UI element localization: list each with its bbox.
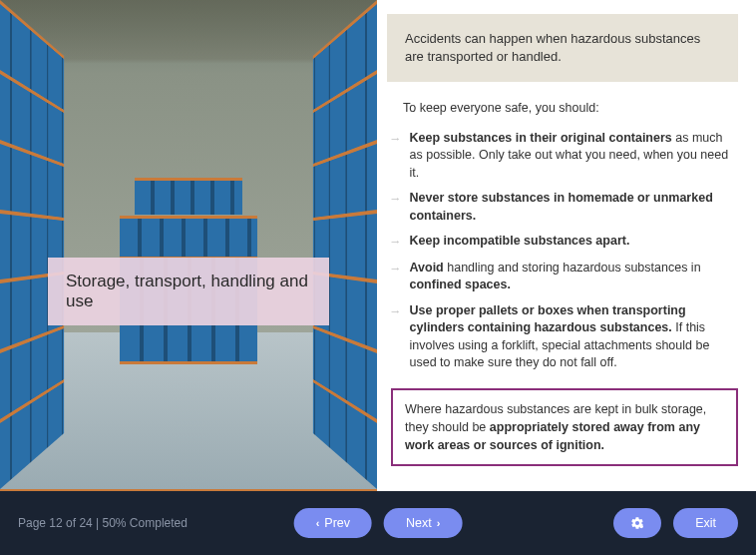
bullet-text: Never store substances in homemade or un… xyxy=(410,190,735,225)
next-label: Next xyxy=(406,516,432,530)
highlight-note: Where hazardous substances are kept in b… xyxy=(391,388,738,466)
bullet-text: Keep incompatible substances apart. xyxy=(410,233,735,252)
list-item: → Never store substances in homemade or … xyxy=(387,190,734,225)
bullet-text: Keep substances in their original contai… xyxy=(410,130,735,183)
right-button-group: Exit xyxy=(613,508,738,538)
page-status: Page 12 of 24 | 50% Completed xyxy=(18,516,188,530)
arrow-icon: → xyxy=(389,131,402,183)
chevron-left-icon: ‹ xyxy=(316,517,320,529)
warehouse-illustration xyxy=(0,0,377,489)
safety-bullet-list: → Keep substances in their original cont… xyxy=(387,130,738,380)
image-panel: Storage, transport, handling and use xyxy=(0,0,377,491)
list-item: → Avoid handling and storing hazardous s… xyxy=(387,260,734,294)
svg-point-0 xyxy=(639,525,643,529)
bullet-text: Use proper pallets or boxes when transpo… xyxy=(410,302,735,372)
arrow-icon: → xyxy=(389,191,402,225)
callout-box: Accidents can happen when hazardous subs… xyxy=(387,14,738,82)
chevron-right-icon: › xyxy=(437,517,441,529)
gear-icon xyxy=(629,516,645,530)
next-button[interactable]: Next › xyxy=(384,508,462,538)
exit-label: Exit xyxy=(695,516,716,530)
arrow-icon: → xyxy=(389,234,402,252)
prev-label: Prev xyxy=(324,516,350,530)
prev-button[interactable]: ‹ Prev xyxy=(294,508,372,538)
list-item: → Keep substances in their original cont… xyxy=(387,130,734,183)
arrow-icon: → xyxy=(389,261,402,294)
settings-button[interactable] xyxy=(613,508,661,538)
arrow-icon: → xyxy=(389,303,402,372)
slide-title: Storage, transport, handling and use xyxy=(48,258,329,325)
footer-bar: Page 12 of 24 | 50% Completed ‹ Prev Nex… xyxy=(0,491,756,555)
slide-container: Storage, transport, handling and use Acc… xyxy=(0,0,756,491)
nav-button-group: ‹ Prev Next › xyxy=(294,508,463,538)
list-item: → Keep incompatible substances apart. xyxy=(387,233,734,252)
list-item: → Use proper pallets or boxes when trans… xyxy=(387,302,734,372)
content-panel: Accidents can happen when hazardous subs… xyxy=(377,0,756,491)
intro-text: To keep everyone safe, you should: xyxy=(387,100,738,118)
exit-button[interactable]: Exit xyxy=(673,508,738,538)
bullet-text: Avoid handling and storing hazardous sub… xyxy=(410,260,735,294)
